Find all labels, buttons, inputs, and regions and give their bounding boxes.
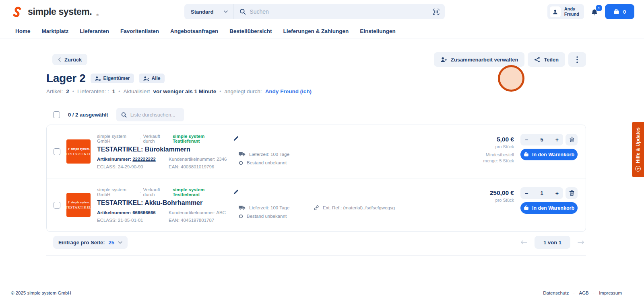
manage-collaboration-button[interactable]: Zusammenarbeit verwalten: [434, 52, 525, 67]
supplier-separator: ·: [140, 136, 141, 141]
item-checkbox[interactable]: [54, 202, 60, 209]
quantity-value[interactable]: 1: [540, 190, 543, 196]
stock-status: Bestand unbekannt: [239, 214, 314, 219]
delivery-time: Lieferzeit: 100 Tage: [239, 151, 314, 157]
chevron-down-icon: [118, 241, 122, 244]
user-last-name: Freund: [564, 12, 579, 17]
share-icon: [534, 57, 540, 63]
item-checkbox[interactable]: [54, 148, 60, 155]
person-eye-icon: [95, 76, 101, 81]
price: 250,00 €: [453, 189, 514, 197]
nav-item-bestelluebersicht[interactable]: Bestellübersicht: [229, 28, 272, 34]
search-icon: [239, 8, 246, 15]
nav-item-lieferungen-zahlungen[interactable]: Lieferungen & Zahlungen: [283, 28, 349, 34]
add-to-cart-label: In den Warenkorb: [532, 152, 574, 158]
footer-link-agb[interactable]: AGB: [579, 291, 588, 295]
product-title[interactable]: TESTARTIKEL: Akku-Bohrhammer: [97, 199, 239, 207]
edit-button[interactable]: [233, 189, 239, 195]
supplier-separator: ·: [140, 189, 141, 195]
edit-button[interactable]: [233, 136, 239, 141]
arrow-left-icon: [520, 240, 527, 245]
price-unit: pro Stück: [453, 144, 514, 149]
person-network-icon: [143, 76, 149, 81]
product-details: Artikelnummer: 666666666 Kundenartikelnu…: [97, 210, 239, 223]
delivery-info: Lieferzeit: 100 Tage Bestand unbekannt: [239, 187, 314, 222]
quantity-value[interactable]: 5: [540, 137, 543, 143]
quantity-decrease-button[interactable]: −: [525, 190, 528, 197]
supplier-line: simple system GmbH · Verkauft durch simp…: [97, 187, 239, 197]
notifications-button[interactable]: 1: [588, 6, 601, 17]
nav-item-einstellungen[interactable]: Einstellungen: [360, 28, 396, 34]
pencil-icon: [233, 136, 239, 141]
back-button[interactable]: Zurück: [52, 54, 87, 65]
quantity-stepper: − 1 +: [520, 187, 563, 199]
footer-link-impressum[interactable]: Impressum: [599, 291, 622, 295]
product-thumbnail[interactable]: simple system. TESTARTIKEL: [66, 139, 91, 164]
item-controls: − 1 + In den Warenkorb: [520, 187, 578, 214]
thumb-brand-line: simple system.: [67, 201, 90, 204]
delivery-info: Lieferzeit: 100 Tage Bestand unbekannt: [239, 134, 314, 168]
search-icon: [121, 112, 127, 118]
customer-article-number: Kundenartikelnummer: 2346: [169, 157, 239, 162]
list-search-input[interactable]: [130, 112, 179, 118]
ean: EAN: 4003801019796: [169, 164, 239, 169]
account-menu-button[interactable]: Andy Freund: [547, 4, 584, 19]
quantity-decrease-button[interactable]: −: [525, 137, 528, 143]
article-number[interactable]: Artikelnummer: 222222222: [97, 157, 169, 162]
person-plus-icon: [440, 57, 447, 63]
pencil-icon: [233, 189, 239, 195]
next-page-button[interactable]: [576, 238, 586, 246]
supplier-link[interactable]: simple system Testlieferant: [173, 187, 228, 197]
delete-item-button[interactable]: [566, 187, 578, 199]
product-thumbnail[interactable]: simple system. TESTARTIKEL: [66, 193, 91, 217]
list-search-wrap: [116, 108, 184, 121]
brand-name: simple system.: [28, 6, 92, 17]
barcode-scan-button[interactable]: [427, 8, 445, 15]
owner-badge[interactable]: Eigentümer: [91, 74, 134, 83]
eclass: ECLASS: 24-29-90-90: [97, 164, 169, 169]
search-scope-select[interactable]: Standard: [184, 4, 233, 19]
quantity-stepper: − 5 +: [520, 134, 563, 145]
price-unit: pro Stück: [453, 198, 514, 203]
search-input[interactable]: [250, 8, 427, 15]
title-row: Lager 2 Eigentümer Alle: [46, 72, 586, 85]
share-button[interactable]: Teilen: [528, 52, 565, 67]
quantity-increase-button[interactable]: +: [555, 190, 559, 197]
all-badge[interactable]: Alle: [139, 74, 165, 83]
more-options-button[interactable]: [568, 52, 586, 67]
nav-item-home[interactable]: Home: [15, 28, 31, 34]
nav-item-favoritenlisten[interactable]: Favoritenlisten: [120, 28, 159, 34]
cart-button[interactable]: 0: [605, 4, 634, 19]
chevron-left-icon: [58, 57, 61, 62]
page-indicator[interactable]: 1 von 1: [535, 236, 570, 249]
list-meta: Artikel: 2 • Lieferanten: : 1 • Aktualis…: [46, 88, 586, 94]
sold-by-label: Verkauft durch: [143, 187, 171, 197]
footer-link-datenschutz[interactable]: Datenschutz: [543, 291, 569, 295]
price-column: 5,00 € pro Stück Mindestbestell menge: 5…: [453, 134, 514, 164]
product-title[interactable]: TESTARTIKEL: Büroklammern: [97, 146, 239, 153]
previous-page-button[interactable]: [519, 238, 529, 246]
search-scope-value: Standard: [191, 9, 213, 15]
per-page-select[interactable]: Einträge pro Seite: 25: [53, 236, 128, 249]
delete-item-button[interactable]: [566, 134, 578, 145]
help-updates-tab[interactable]: ? Hilfe & Updates: [632, 122, 644, 177]
user-name: Andy Freund: [564, 6, 579, 17]
nav-item-lieferanten[interactable]: Lieferanten: [80, 28, 109, 34]
delivery-time: Lieferzeit: 100 Tage: [239, 205, 314, 211]
simple-system-logo-icon: [10, 5, 24, 18]
supplier-link[interactable]: simple system Testlieferant: [173, 134, 228, 143]
quantity-increase-button[interactable]: +: [555, 137, 559, 143]
nav-item-angebotsanfragen[interactable]: Angebotsanfragen: [170, 28, 218, 34]
created-by-link[interactable]: Andy Freund (ich): [265, 88, 312, 94]
select-all-checkbox[interactable]: [53, 111, 60, 118]
add-to-cart-button[interactable]: In den Warenkorb: [520, 149, 578, 160]
brand-logo[interactable]: simple system. ®: [10, 5, 184, 18]
article-number: Artikelnummer: 666666666: [97, 210, 169, 215]
stock-status-text: Bestand unbekannt: [247, 160, 287, 165]
add-to-cart-button[interactable]: In den Warenkorb: [520, 202, 578, 214]
created-by-label: angelegt durch:: [225, 88, 262, 94]
nav-item-marktplatz[interactable]: Marktplatz: [42, 28, 69, 34]
meta-separator: •: [72, 89, 74, 94]
articles-value: 2: [66, 88, 69, 94]
cart-count: 0: [623, 9, 626, 15]
